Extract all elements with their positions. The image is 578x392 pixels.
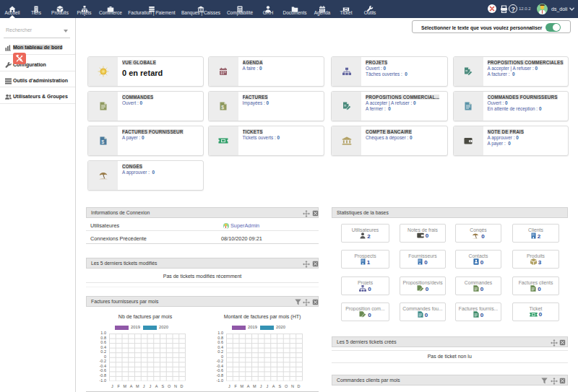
svg-text:$: $ <box>101 139 104 144</box>
svg-text:$: $ <box>221 104 224 109</box>
